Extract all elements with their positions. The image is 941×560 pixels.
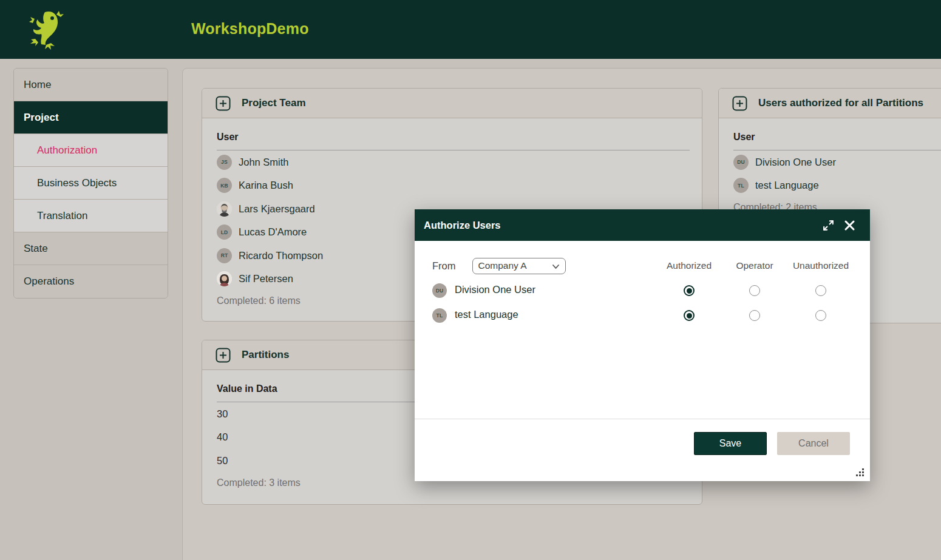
- resize-grip-icon[interactable]: [856, 468, 865, 477]
- cell-value: 50: [217, 455, 228, 467]
- sidebar-item-home[interactable]: Home: [14, 69, 168, 101]
- avatar-photo: [217, 271, 232, 286]
- cell-value: 40: [217, 431, 228, 443]
- sidebar-item-business-objects[interactable]: Business Objects: [14, 167, 168, 200]
- radio-authorized[interactable]: [684, 310, 695, 321]
- authorize-users-dialog: Authorize Users From Company A Authorize…: [415, 209, 870, 481]
- avatar: LD: [217, 224, 232, 240]
- sidebar-item-label: Translation: [37, 210, 87, 222]
- sidebar-item-label: State: [24, 243, 48, 255]
- column-header: User: [733, 126, 941, 150]
- column-header: User: [217, 126, 691, 150]
- avatar: TL: [432, 308, 447, 323]
- table-row: DU Division One User: [415, 278, 870, 303]
- avatar: TL: [733, 178, 749, 193]
- cancel-button[interactable]: Cancel: [777, 432, 850, 455]
- close-icon[interactable]: [844, 220, 855, 231]
- sidebar-nav: Home Project Authorization Business Obje…: [13, 68, 168, 299]
- sidebar-item-operations[interactable]: Operations: [14, 265, 168, 298]
- plus-square-icon[interactable]: [216, 96, 231, 111]
- sidebar-item-label: Business Objects: [37, 177, 117, 189]
- user-name: test Language: [455, 309, 518, 320]
- sidebar-item-translation[interactable]: Translation: [14, 200, 168, 232]
- frog-logo-icon[interactable]: [28, 10, 64, 50]
- select-value: Company A: [478, 260, 552, 271]
- plus-square-icon[interactable]: [732, 96, 747, 111]
- sidebar-item-label: Project: [24, 112, 59, 124]
- radio-unauthorized[interactable]: [815, 310, 826, 321]
- table-row[interactable]: DU Division One User: [733, 150, 941, 174]
- sidebar-item-project[interactable]: Project: [14, 101, 168, 134]
- column-header-operator: Operator: [736, 260, 773, 271]
- table-row: TL test Language: [415, 303, 870, 328]
- top-bar: WorkshopDemo: [0, 0, 941, 59]
- sidebar-item-authorization[interactable]: Authorization: [14, 134, 168, 167]
- radio-operator[interactable]: [749, 285, 760, 296]
- panel-header: Users authorized for all Partitions: [719, 89, 941, 118]
- user-name: Karina Bush: [239, 180, 293, 191]
- panel-title: Partitions: [242, 349, 289, 361]
- avatar: RT: [217, 248, 232, 263]
- avatar: DU: [733, 155, 749, 170]
- sidebar-item-label: Authorization: [37, 144, 97, 157]
- user-name: Division One User: [455, 284, 535, 295]
- expand-icon[interactable]: [823, 220, 834, 231]
- user-name: Lars Kjaersgaard: [239, 203, 315, 215]
- sidebar-item-label: Home: [24, 79, 51, 91]
- user-name: test Language: [755, 180, 819, 191]
- user-name: Ricardo Thompson: [239, 250, 323, 261]
- radio-unauthorized[interactable]: [815, 285, 826, 296]
- sidebar-item-state[interactable]: State: [14, 232, 168, 265]
- plus-square-icon[interactable]: [216, 348, 231, 363]
- dialog-title: Authorize Users: [424, 220, 501, 231]
- radio-authorized[interactable]: [684, 285, 695, 296]
- user-name: Division One User: [755, 157, 836, 168]
- avatar-photo: [217, 201, 232, 217]
- from-select[interactable]: Company A: [472, 258, 566, 274]
- from-label: From: [432, 260, 456, 272]
- panel-title: Users authorized for all Partitions: [758, 97, 923, 109]
- table-row[interactable]: TL test Language: [733, 174, 941, 198]
- avatar: DU: [432, 283, 447, 298]
- avatar: KB: [217, 178, 232, 193]
- from-row: From Company A: [432, 257, 566, 274]
- chevron-down-icon: [552, 262, 560, 270]
- panel-header: Project Team: [202, 89, 702, 118]
- column-header-unauthorized: Unauthorized: [793, 260, 849, 271]
- avatar: JS: [217, 155, 232, 170]
- table-row[interactable]: JS John Smith: [217, 150, 691, 174]
- user-name: Lucas D'Amore: [239, 226, 307, 238]
- panel-title: Project Team: [242, 97, 306, 109]
- cell-value: 30: [217, 408, 228, 420]
- divider: [415, 419, 870, 419]
- panel-body: User DU Division One User TL test Langua…: [719, 118, 941, 221]
- column-header-authorized: Authorized: [667, 260, 712, 271]
- user-name: Sif Petersen: [239, 273, 293, 285]
- radio-operator[interactable]: [749, 310, 760, 321]
- app-root: WorkshopDemo Home Project Authorization …: [0, 0, 941, 560]
- user-name: John Smith: [239, 157, 289, 168]
- app-title: WorkshopDemo: [191, 20, 309, 38]
- dialog-header: Authorize Users: [415, 209, 870, 241]
- table-row[interactable]: KB Karina Bush: [217, 174, 691, 198]
- save-button[interactable]: Save: [694, 432, 767, 455]
- sidebar-item-label: Operations: [24, 275, 74, 288]
